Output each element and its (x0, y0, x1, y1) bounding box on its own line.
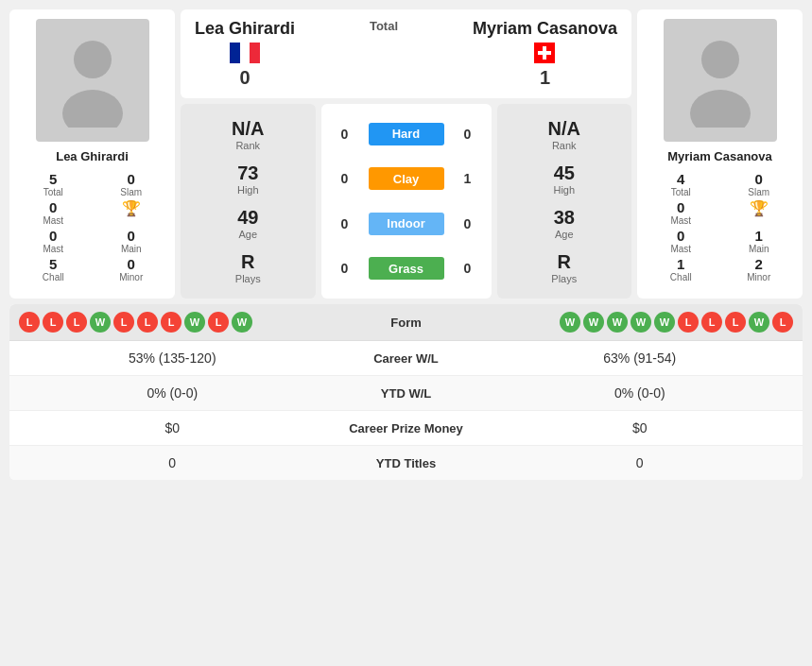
player1-chall: 5 (19, 256, 88, 272)
player1-minor: 0 (97, 256, 166, 272)
player2-rank-card: N/A Rank 45 High 38 Age R Plays (497, 104, 632, 299)
player2-mast2-label: Mast (647, 215, 716, 226)
player2-ytd-wl: 0% (0-0) (492, 385, 789, 401)
player1-chall-label: Chall (19, 272, 88, 282)
indoor-badge: Indoor (369, 213, 444, 235)
player1-plays-label: Plays (235, 273, 261, 284)
surface-grass: 0 Grass 0 (331, 253, 482, 283)
indoor-p1-score: 0 (331, 216, 359, 231)
player2-form: WWWWWLLLWL (463, 312, 794, 333)
player1-slam: 0 (97, 171, 166, 187)
player1-name: Lea Ghirardi (56, 149, 129, 163)
form-badge-l: L (113, 312, 134, 333)
player1-mast2: 0 (19, 228, 88, 244)
player-headers: Lea Ghirardi 0 Total (181, 9, 631, 98)
trophy1-icon: 🏆 (97, 199, 166, 217)
form-badge-w: W (232, 312, 252, 333)
player1-stats: 5 Total 0 Slam 0 Mast 🏆 0 Mast (19, 171, 165, 282)
form-badge-l: L (772, 312, 793, 333)
player1-high-value: 73 (237, 162, 259, 184)
player2-career-wl: 63% (91-54) (492, 350, 789, 366)
top-section: Lea Ghirardi 5 Total 0 Slam 0 Mast 🏆 (9, 9, 803, 299)
player2-slam: 0 (725, 171, 794, 187)
surface-clay: 0 Clay 1 (331, 163, 482, 194)
svg-point-1 (62, 90, 123, 128)
total-label: Total (370, 19, 398, 33)
player2-flag (534, 43, 555, 63)
bottom-section: LLLWLLLWLW Form WWWWWLLLWL 53% (135-120)… (9, 304, 803, 480)
form-badge-w: W (560, 312, 580, 333)
player2-prize: $0 (492, 420, 789, 435)
svg-point-9 (690, 90, 751, 128)
player2-name: Myriam Casanova (667, 149, 772, 163)
titles-row: 0 YTD Titles 0 (9, 446, 803, 480)
svg-rect-2 (230, 43, 240, 63)
player2-high-value: 45 (553, 162, 575, 184)
player1-total: 5 (19, 171, 88, 187)
player1-score-area: 0 (231, 67, 259, 89)
player1-slam-label: Slam (97, 187, 166, 197)
center-section: Lea Ghirardi 0 Total (181, 9, 631, 299)
form-badge-w: W (607, 312, 628, 333)
player1-high-label: High (237, 184, 259, 196)
player2-slam-label: Slam (725, 187, 794, 197)
surface-hard: 0 Hard 0 (331, 119, 482, 149)
player2-stats: 4 Total 0 Slam 0 Mast 🏆 0 Mast (647, 171, 793, 282)
grass-p1-score: 0 (331, 261, 359, 276)
form-badge-l: L (66, 312, 87, 333)
surface-indoor: 0 Indoor 0 (331, 209, 482, 239)
player1-career-wl: 53% (135-120) (24, 350, 321, 366)
player1-rank-label: Rank (232, 140, 264, 151)
hard-badge: Hard (369, 123, 444, 145)
player2-score: 1 (530, 67, 559, 89)
clay-p2-score: 1 (454, 171, 482, 186)
player2-total-label: Total (647, 187, 716, 197)
prize-row: $0 Career Prize Money $0 (9, 411, 803, 446)
player2-mast2: 0 (647, 228, 716, 244)
player1-rank-card: N/A Rank 73 High 49 Age R Plays (181, 104, 316, 299)
player2-chall-label: Chall (647, 272, 716, 282)
player1-flag (230, 43, 260, 63)
player2-minor-label: Minor (725, 272, 794, 282)
hard-p1-score: 0 (331, 127, 359, 142)
player2-avatar (664, 19, 777, 142)
svg-point-8 (701, 41, 739, 78)
player1-main: 0 (97, 228, 166, 244)
player1-mast: 0 (19, 199, 88, 215)
player1-header-name: Lea Ghirardi (195, 19, 295, 39)
player2-minor: 2 (725, 256, 794, 272)
svg-rect-3 (240, 43, 250, 63)
form-badge-l: L (43, 312, 63, 333)
grass-badge: Grass (369, 257, 444, 280)
career-wl-label: Career W/L (321, 351, 492, 366)
middle-row: N/A Rank 73 High 49 Age R Plays (181, 104, 631, 299)
player1-minor-label: Minor (97, 272, 166, 282)
ytd-wl-row: 0% (0-0) YTD W/L 0% (0-0) (9, 376, 803, 411)
player1-ytd-wl: 0% (0-0) (24, 385, 321, 401)
player2-total: 4 (647, 171, 716, 187)
surface-scores-card: 0 Hard 0 0 Clay 1 0 Indoor 0 (321, 104, 492, 299)
form-badge-w: W (654, 312, 675, 333)
form-badge-l: L (137, 312, 158, 333)
player2-chall: 1 (647, 256, 716, 272)
player2-age-value: 38 (554, 207, 575, 229)
player2-score-area: 1 (530, 67, 559, 89)
form-label: Form (350, 316, 463, 330)
titles-label: YTD Titles (321, 456, 492, 470)
player2-mast: 0 (647, 199, 716, 215)
ytd-wl-label: YTD W/L (321, 386, 492, 401)
player1-main-label: Main (97, 244, 166, 254)
player2-high-label: High (553, 184, 575, 196)
clay-p1-score: 0 (331, 171, 359, 186)
player1-header: Lea Ghirardi 0 (195, 19, 295, 89)
form-badge-l: L (161, 312, 181, 333)
career-wl-row: 53% (135-120) Career W/L 63% (91-54) (9, 341, 803, 376)
player1-avatar (36, 19, 149, 142)
player2-main: 1 (725, 228, 794, 244)
form-badge-l: L (208, 312, 229, 333)
player2-rank-value: N/A (548, 118, 580, 140)
grass-p2-score: 0 (454, 261, 482, 276)
player1-titles: 0 (24, 455, 321, 470)
hard-p2-score: 0 (454, 127, 482, 142)
player2-age-label: Age (554, 229, 575, 240)
